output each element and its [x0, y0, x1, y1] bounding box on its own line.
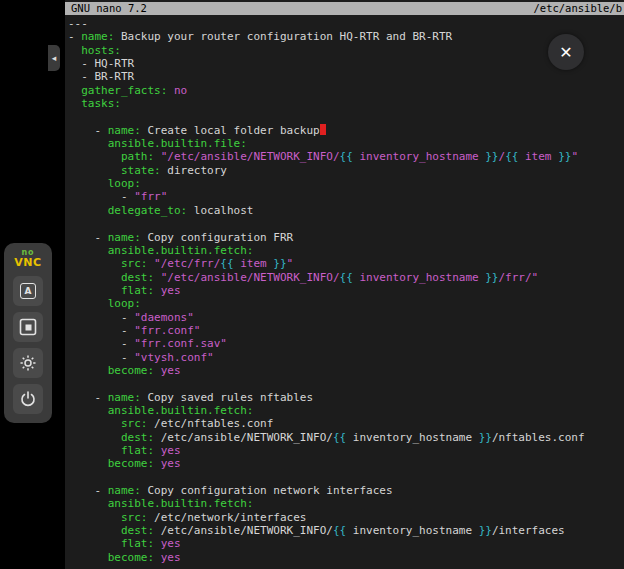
code-line: ansible.builtin.fetch: [68, 404, 624, 417]
code-line: become: yes [68, 551, 624, 564]
code-line: hosts: [68, 44, 624, 57]
code-line: - name: Copy configuration network inter… [68, 484, 624, 497]
nano-file-path: /etc/ansible/b [533, 2, 622, 15]
code-line: - "frr.conf.sav" [68, 337, 624, 350]
code-line: dest: /etc/ansible/NETWORK_INFO/{{ inven… [68, 431, 624, 444]
fullscreen-icon [19, 318, 37, 336]
fullscreen-button[interactable] [13, 312, 43, 342]
code-line: - "frr.conf" [68, 324, 624, 337]
code-line: - "vtysh.conf" [68, 351, 624, 364]
novnc-logo[interactable]: no VNC [14, 248, 41, 268]
nano-titlebar: GNU nano 7.2 /etc/ansible/b [65, 2, 624, 15]
novnc-logo-bottom: VNC [14, 258, 41, 268]
code-line: flat: yes [68, 444, 624, 457]
close-icon: ✕ [559, 43, 572, 62]
code-line: src: "/etc/frr/{{ item }}" [68, 257, 624, 270]
code-line: ansible.builtin.fetch: [68, 244, 624, 257]
code-line: loop: [68, 297, 624, 310]
collapse-arrow-icon: ◂ [52, 53, 57, 63]
code-line [68, 217, 624, 230]
code-line: - HQ-RTR [68, 57, 624, 70]
code-line: loop: [68, 177, 624, 190]
code-line: path: "/etc/ansible/NETWORK_INFO/{{ inve… [68, 150, 624, 163]
nano-app-title: GNU nano 7.2 [71, 2, 147, 15]
code-line [68, 471, 624, 484]
code-line: - "daemons" [68, 311, 624, 324]
power-icon [19, 390, 37, 408]
close-button[interactable]: ✕ [548, 34, 584, 70]
code-line: ansible.builtin.fetch: [68, 497, 624, 510]
code-line: become: yes [68, 364, 624, 377]
code-line: flat: yes [68, 284, 624, 297]
code-line [68, 377, 624, 390]
code-line: - name: Copy saved rules nftables [68, 391, 624, 404]
editor-content[interactable]: ---- name: Backup your router configurat… [65, 15, 624, 564]
code-line: src: /etc/nftables.conf [68, 417, 624, 430]
power-button[interactable] [13, 384, 43, 414]
vnc-control-bar: no VNC A [4, 243, 52, 423]
code-line: dest: /etc/ansible/NETWORK_INFO/{{ inven… [68, 524, 624, 537]
code-line: flat: yes [68, 537, 624, 550]
code-line: - BR-RTR [68, 70, 624, 83]
code-line: - name: Create local folder backup [68, 124, 624, 137]
gear-icon [19, 354, 37, 372]
code-line: ansible.builtin.file: [68, 137, 624, 150]
clipboard-icon: A [20, 283, 36, 299]
code-line: - name: Copy configuration FRR [68, 231, 624, 244]
control-bar-handle[interactable]: ◂ [48, 45, 60, 71]
code-line: dest: "/etc/ansible/NETWORK_INFO/{{ inve… [68, 271, 624, 284]
code-line: delegate_to: localhost [68, 204, 624, 217]
code-line: --- [68, 17, 624, 30]
code-line [68, 110, 624, 123]
terminal-window[interactable]: GNU nano 7.2 /etc/ansible/b ---- name: B… [65, 0, 624, 569]
code-line: gather_facts: no [68, 84, 624, 97]
code-line: - "frr" [68, 190, 624, 203]
settings-button[interactable] [13, 348, 43, 378]
code-line: - name: Backup your router configuration… [68, 30, 624, 43]
code-line: src: /etc/network/interfaces [68, 511, 624, 524]
code-line: tasks: [68, 97, 624, 110]
code-line: become: yes [68, 457, 624, 470]
code-line: state: directory [68, 164, 624, 177]
text-cursor [320, 124, 327, 135]
clipboard-button[interactable]: A [13, 276, 43, 306]
